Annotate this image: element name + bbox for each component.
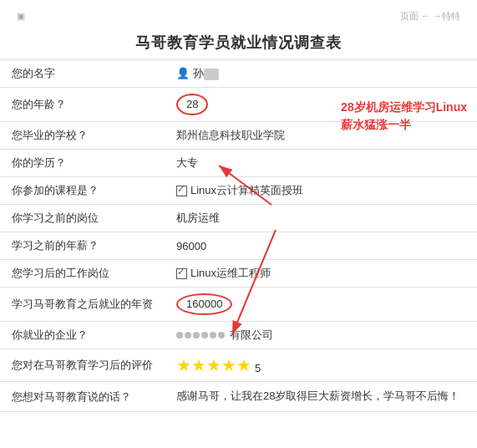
checkbox-icon bbox=[176, 186, 187, 196]
form-row: 你参加的课程是？Linux云计算精英面授班 bbox=[0, 177, 477, 205]
circled-value: 28 bbox=[176, 94, 208, 115]
top-left-icon: ▣ bbox=[17, 11, 25, 22]
checkbox-label: Linux云计算精英面授班 bbox=[190, 184, 303, 196]
form-label: 学习马哥教育之后就业的年资 bbox=[0, 288, 165, 322]
form-label: 学习之前的年薪？ bbox=[0, 232, 165, 260]
blur-dot bbox=[210, 332, 216, 339]
form-value: 有限公司 bbox=[165, 322, 477, 349]
form-value: ★★★★★5 bbox=[165, 349, 477, 382]
form-row: 您学习后的工作岗位Linux运维工程师 bbox=[0, 260, 477, 288]
form-label: 您对在马哥教育学习后的评价 bbox=[0, 349, 165, 382]
checkbox-icon bbox=[176, 268, 187, 279]
form-value: 机房运维 bbox=[165, 205, 477, 232]
form-value: Linux运维工程师 bbox=[165, 260, 477, 288]
form-value: 28 bbox=[165, 88, 477, 122]
page-wrapper: ▣ 页面 ← →特特 马哥教育学员就业情况调查表 28岁机房运维学习Linux … bbox=[0, 0, 477, 448]
top-right-text: 页面 ← →特特 bbox=[400, 10, 460, 23]
form-label: 你学习之前的岗位 bbox=[0, 205, 165, 232]
form-row: 你就业的企业？有限公司 bbox=[0, 322, 477, 349]
form-value: 大专 bbox=[165, 150, 477, 177]
star-icon: ★ bbox=[206, 356, 221, 374]
circled-value: 160000 bbox=[176, 293, 232, 315]
form-label: 您学习后的工作岗位 bbox=[0, 260, 165, 288]
top-bar: ▣ 页面 ← →特特 bbox=[0, 8, 477, 26]
form-label: 您的年龄？ bbox=[0, 88, 165, 122]
form-row: 你学习之前的岗位机房运维 bbox=[0, 205, 477, 232]
text-value: 郑州信息科技职业学院 bbox=[176, 129, 285, 141]
star-icon: ★ bbox=[236, 356, 251, 374]
star-icon: ★ bbox=[191, 356, 206, 374]
form-row: 你的学历？大专 bbox=[0, 150, 477, 177]
form-value: 160000 bbox=[165, 288, 477, 322]
star-count: 5 bbox=[255, 362, 261, 374]
form-label: 你参加的课程是？ bbox=[0, 177, 165, 205]
text-value: 大专 bbox=[176, 156, 198, 169]
company-suffix: 有限公司 bbox=[230, 328, 273, 343]
form-label: 您想对马哥教育说的话？ bbox=[0, 382, 165, 412]
form-value: 96000 bbox=[165, 232, 477, 260]
form-value: Linux云计算精英面授班 bbox=[165, 177, 477, 205]
form-label: 你就业的企业？ bbox=[0, 322, 165, 349]
person-icon: 👤 bbox=[176, 67, 190, 79]
text-value: 96000 bbox=[176, 240, 206, 252]
form-value: 👤孙 bbox=[165, 60, 477, 88]
form-label: 您毕业的学校？ bbox=[0, 122, 165, 150]
star-rating: ★★★★★ bbox=[176, 361, 251, 374]
form-row: 您的年龄？28 bbox=[0, 88, 477, 122]
blur-dot bbox=[201, 332, 208, 339]
name-value: 孙 bbox=[193, 67, 219, 79]
form-value: 感谢马哥，让我在28岁取得巨大薪资增长，学马哥不后悔！ bbox=[165, 382, 477, 412]
blur-dot bbox=[176, 332, 183, 339]
company-value: 有限公司 bbox=[176, 328, 273, 343]
comment-value: 感谢马哥，让我在28岁取得巨大薪资增长，学马哥不后悔！ bbox=[176, 389, 459, 402]
page-title: 马哥教育学员就业情况调查表 bbox=[0, 26, 477, 58]
checkbox-label: Linux运维工程师 bbox=[190, 267, 271, 279]
form-row: 学习之前的年薪？96000 bbox=[0, 232, 477, 260]
form-row: 您的名字👤孙 bbox=[0, 60, 477, 88]
form-row: 您对在马哥教育学习后的评价★★★★★5 bbox=[0, 349, 477, 382]
form-row: 您毕业的学校？郑州信息科技职业学院 bbox=[0, 122, 477, 150]
form-row: 学习马哥教育之后就业的年资160000 bbox=[0, 288, 477, 322]
blur-dot bbox=[218, 332, 225, 339]
star-icon: ★ bbox=[176, 356, 191, 374]
form-value: 郑州信息科技职业学院 bbox=[165, 122, 477, 150]
blur-dot bbox=[193, 332, 200, 339]
star-icon: ★ bbox=[221, 356, 236, 374]
blur-dot bbox=[185, 332, 191, 339]
form-table: 您的名字👤孙您的年龄？28您毕业的学校？郑州信息科技职业学院你的学历？大专你参加… bbox=[0, 59, 477, 412]
form-label: 你的学历？ bbox=[0, 150, 165, 177]
form-label: 您的名字 bbox=[0, 60, 165, 88]
text-value: 机房运维 bbox=[176, 211, 220, 224]
form-row: 您想对马哥教育说的话？感谢马哥，让我在28岁取得巨大薪资增长，学马哥不后悔！ bbox=[0, 382, 477, 412]
